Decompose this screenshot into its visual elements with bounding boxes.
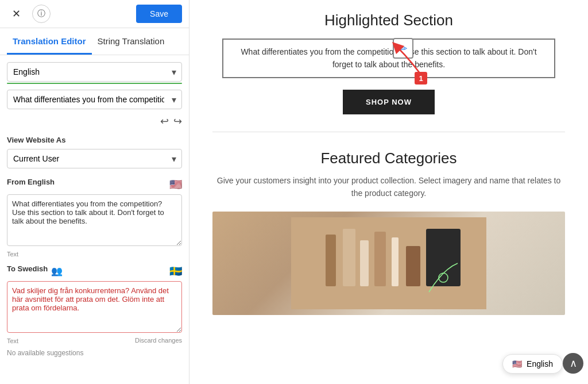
tab-translation-editor[interactable]: Translation Editor bbox=[7, 28, 92, 55]
string-select-wrapper: What differentiates you from the competi… bbox=[7, 90, 182, 109]
highlighted-section: Highlighted Section What differentiates … bbox=[212, 11, 565, 132]
svg-rect-9 bbox=[392, 237, 399, 286]
tab-string-translation[interactable]: String Translation bbox=[92, 28, 171, 55]
pencil-icon: ✏ bbox=[400, 43, 407, 54]
featured-section: Featured Categories Give your customers … bbox=[212, 149, 565, 315]
view-website-as-section: View Website As Current User Guest bbox=[7, 136, 182, 168]
panel-body: English Swedish French German What diffe… bbox=[0, 55, 189, 384]
language-select[interactable]: English Swedish French German bbox=[7, 62, 182, 82]
featured-description: Give your customers insight into your pr… bbox=[212, 174, 565, 200]
undo-button[interactable]: ↩ bbox=[160, 115, 169, 128]
view-as-select[interactable]: Current User Guest bbox=[7, 149, 182, 168]
close-button[interactable]: ✕ bbox=[7, 5, 25, 23]
svg-rect-11 bbox=[426, 229, 461, 286]
string-select[interactable]: What differentiates you from the competi… bbox=[7, 90, 182, 109]
people-icon: 👥 bbox=[51, 266, 63, 277]
product-svg bbox=[291, 217, 486, 309]
to-flag: 🇸🇪 bbox=[169, 265, 182, 278]
svg-rect-7 bbox=[360, 240, 369, 286]
to-header: To Swedish 👥 🇸🇪 bbox=[7, 264, 182, 278]
svg-rect-5 bbox=[326, 235, 336, 286]
svg-rect-6 bbox=[343, 229, 355, 286]
from-textarea[interactable] bbox=[7, 194, 182, 246]
preview-content: Highlighted Section What differentiates … bbox=[189, 0, 588, 338]
svg-rect-8 bbox=[374, 232, 386, 286]
product-image-inner bbox=[212, 212, 565, 315]
view-as-label: View Website As bbox=[7, 136, 182, 144]
from-field-hint: Text bbox=[7, 251, 182, 258]
from-flag: 🇺🇸 bbox=[169, 178, 182, 191]
edit-icon-box[interactable]: ✏ bbox=[393, 38, 413, 59]
highlighted-title: Highlighted Section bbox=[212, 11, 565, 29]
undo-redo-bar: ↩ ↪ bbox=[7, 115, 182, 128]
featured-title: Featured Categories bbox=[212, 149, 565, 167]
svg-rect-10 bbox=[406, 246, 420, 286]
shop-now-button[interactable]: SHOP NOW bbox=[343, 90, 435, 114]
language-badge-label: English bbox=[527, 359, 553, 368]
language-badge-flag: 🇺🇸 bbox=[512, 359, 522, 368]
language-select-wrapper: English Swedish French German bbox=[7, 62, 182, 82]
left-panel: ✕ ⓘ Save Translation Editor String Trans… bbox=[0, 0, 189, 384]
to-textarea[interactable] bbox=[7, 281, 182, 333]
tabs-container: Translation Editor String Translation bbox=[0, 28, 189, 55]
highlighted-body-text: What differentiates you from the competi… bbox=[233, 45, 545, 71]
from-section: From English 🇺🇸 Text bbox=[7, 178, 182, 258]
from-header: From English 🇺🇸 bbox=[7, 178, 182, 191]
top-bar: ✕ ⓘ Save bbox=[0, 0, 189, 28]
scroll-top-button[interactable]: ∧ bbox=[563, 353, 583, 374]
to-field-hint: Text bbox=[7, 337, 18, 344]
product-image bbox=[212, 212, 565, 315]
suggestions-label: No available suggestions bbox=[7, 349, 182, 357]
from-label: From English bbox=[7, 178, 55, 186]
green-underline bbox=[7, 83, 182, 84]
info-button[interactable]: ⓘ bbox=[32, 5, 51, 23]
save-button[interactable]: Save bbox=[136, 5, 182, 23]
right-panel: ✏ 1 2 Highlighted Section What different… bbox=[189, 0, 588, 384]
view-as-select-wrapper: Current User Guest bbox=[7, 149, 182, 168]
redo-button[interactable]: ↪ bbox=[173, 115, 182, 128]
to-section: To Swedish 👥 🇸🇪 Text Discard changes No … bbox=[7, 264, 182, 357]
to-label: To Swedish bbox=[7, 264, 48, 273]
language-badge[interactable]: 🇺🇸 English bbox=[502, 354, 563, 374]
discard-changes-button[interactable]: Discard changes bbox=[18, 337, 182, 344]
edit-icon-container: ✏ bbox=[393, 38, 413, 59]
to-label-group: To Swedish 👥 bbox=[7, 264, 63, 278]
